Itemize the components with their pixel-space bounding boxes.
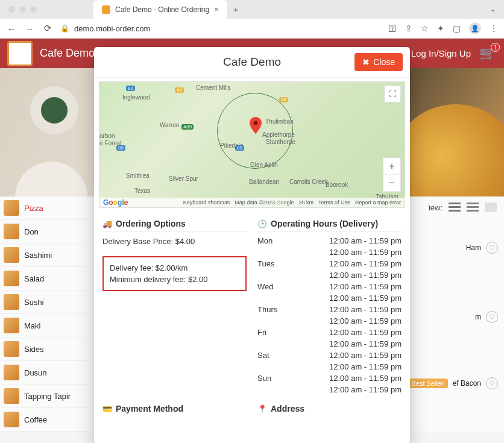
- card-icon: 💳: [102, 404, 112, 413]
- zoom-in-button[interactable]: +: [383, 158, 400, 175]
- category-thumb: [4, 388, 19, 404]
- map-place-label: Glen Aplin: [250, 162, 278, 168]
- fee-per-km: Delivery fee: $2.00/km: [110, 262, 239, 274]
- modal-title: Cafe Demo: [223, 55, 281, 69]
- window-maximize-icon[interactable]: [30, 6, 37, 13]
- login-link[interactable]: Log In/Sign Up: [411, 48, 471, 58]
- hours-time: 12:00 am - 11:59 pm: [329, 339, 402, 348]
- reload-button[interactable]: ⟳: [42, 23, 53, 34]
- product-card-peek[interactable]: Ham♡: [466, 242, 498, 254]
- hours-row: Tues12:00 am - 11:59 pm: [257, 258, 402, 269]
- hours-row: Sat12:00 am - 11:59 pm: [257, 350, 402, 361]
- map-place-label: 89: [116, 145, 125, 151]
- browser-tab[interactable]: Cafe Demo - Online Ordering ×: [93, 0, 227, 19]
- map-attribution: Map data ©2023 Google: [235, 200, 294, 206]
- category-item[interactable]: Coffee: [0, 408, 87, 432]
- store-info-modal: Cafe Demo ✖ Close InglewoodCement MillsW…: [94, 47, 410, 443]
- map-place-label: A89: [181, 124, 194, 130]
- map-place-label: Smithlea: [126, 172, 150, 179]
- product-card-peek[interactable]: Best Selleref Bacon♡: [407, 377, 498, 389]
- tab-close-icon[interactable]: ×: [214, 5, 219, 14]
- category-thumb: [4, 200, 19, 216]
- address-bar[interactable]: 🔒 demo.mobi-order.com: [60, 24, 381, 33]
- category-label: Sides: [24, 345, 44, 354]
- tabs-dropdown-icon[interactable]: ⌄: [490, 5, 496, 13]
- key-icon[interactable]: ⚿: [388, 24, 397, 33]
- category-thumb: [4, 412, 19, 427]
- cart-button[interactable]: 🛒 1: [479, 46, 496, 61]
- category-item[interactable]: Salad: [0, 267, 87, 291]
- category-item[interactable]: Dusun: [0, 361, 87, 385]
- view-grid-icon[interactable]: [485, 203, 497, 212]
- favicon-icon: [102, 5, 110, 14]
- hours-time: 12:00 am - 11:59 pm: [329, 294, 402, 303]
- hours-row: 12:00 am - 11:59 pm: [257, 292, 402, 304]
- new-tab-button[interactable]: +: [233, 4, 239, 14]
- favorite-icon[interactable]: ♡: [486, 242, 498, 254]
- payment-method-heading: 💳 Payment Method: [102, 404, 247, 413]
- hours-time: 12:00 am - 11:59 pm: [329, 328, 402, 337]
- hours-day: Thurs: [257, 305, 291, 314]
- category-item[interactable]: Sides: [0, 338, 87, 361]
- hours-time: 12:00 am - 11:59 pm: [329, 385, 402, 394]
- category-label: Maki: [24, 321, 40, 330]
- map-place-label: Texas: [134, 187, 150, 194]
- delivery-map[interactable]: InglewoodCement MillsWarrooThulimbahAppl…: [99, 81, 405, 208]
- category-item[interactable]: Pizza: [0, 196, 87, 220]
- category-item[interactable]: Maki: [0, 314, 87, 338]
- panel-icon[interactable]: ▢: [453, 24, 461, 33]
- map-place-label: Applethorpe: [262, 131, 295, 138]
- category-label: Salad: [24, 274, 44, 283]
- close-button[interactable]: ✖ Close: [354, 53, 403, 71]
- hours-day: Tues: [257, 259, 291, 268]
- bookmark-icon[interactable]: ☆: [421, 24, 429, 33]
- category-item[interactable]: Don: [0, 220, 87, 243]
- window-close-icon[interactable]: [8, 6, 15, 13]
- cart-count-badge: 1: [491, 43, 500, 52]
- hours-row: 12:00 am - 11:59 pm: [257, 384, 402, 395]
- category-thumb: [4, 341, 19, 357]
- extensions-icon[interactable]: ✦: [437, 24, 444, 33]
- brand-name[interactable]: Cafe Demo: [40, 47, 95, 60]
- category-label: Tapping Tapir: [24, 392, 71, 401]
- hours-row: 12:00 am - 11:59 pm: [257, 315, 402, 327]
- product-name-fragment: Ham: [466, 243, 481, 252]
- map-shortcuts[interactable]: Keyboard shortcuts: [183, 200, 230, 206]
- view-compact-icon[interactable]: [467, 203, 479, 212]
- map-place-label: 82: [126, 86, 135, 91]
- brand-logo[interactable]: [7, 41, 33, 66]
- forward-button[interactable]: →: [24, 24, 35, 34]
- hours-day: Wed: [257, 282, 291, 291]
- category-item[interactable]: Sashimi: [0, 243, 87, 267]
- map-report[interactable]: Report a map error: [355, 200, 401, 206]
- category-thumb: [4, 294, 19, 310]
- view-list-icon[interactable]: [449, 203, 461, 212]
- category-item[interactable]: Tapping Tapir: [0, 385, 87, 408]
- map-place-label: 89: [235, 145, 244, 151]
- window-minimize-icon[interactable]: [19, 6, 26, 13]
- hours-row: 12:00 am - 11:59 pm: [257, 269, 402, 281]
- favorite-icon[interactable]: ♡: [486, 377, 498, 389]
- product-card-peek[interactable]: m♡: [475, 311, 498, 323]
- favorite-icon[interactable]: ♡: [486, 311, 498, 323]
- hours-row: 12:00 am - 11:59 pm: [257, 338, 402, 350]
- map-terms[interactable]: Terms of Use: [318, 200, 350, 206]
- hours-day: Fri: [257, 328, 291, 337]
- category-item[interactable]: Sushi: [0, 291, 87, 314]
- clock-icon: 🕑: [257, 219, 267, 228]
- browser-chrome: Cafe Demo - Online Ordering × + ⌄ ← → ⟳ …: [0, 0, 504, 39]
- category-thumb: [4, 247, 19, 263]
- profile-icon[interactable]: 👤: [469, 22, 481, 34]
- menu-icon[interactable]: ⋮: [490, 24, 498, 33]
- svg-point-0: [254, 121, 258, 125]
- zoom-out-button[interactable]: −: [383, 175, 400, 192]
- category-label: Pizza: [24, 204, 43, 213]
- map-place-label: Silver Spur: [169, 175, 198, 182]
- hours-time: 12:00 am - 11:59 pm: [329, 374, 402, 383]
- fullscreen-button[interactable]: ⛶: [384, 86, 401, 102]
- map-place-label: Boorook: [326, 181, 348, 188]
- back-button[interactable]: ←: [6, 24, 17, 34]
- category-thumb: [4, 365, 19, 380]
- share-icon[interactable]: ⇪: [405, 24, 412, 33]
- google-logo: Google: [103, 198, 128, 207]
